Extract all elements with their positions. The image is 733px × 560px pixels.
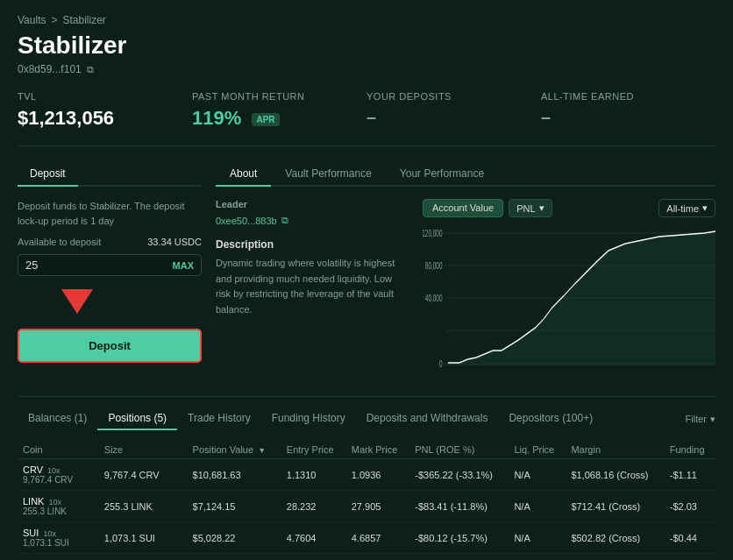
deposit-tab-header: Deposit xyxy=(18,162,202,187)
about-left: Leader 0xee50...883b ⧉ Description Dynam… xyxy=(216,199,409,382)
cell-funding: -$2.05 xyxy=(665,554,715,561)
cell-pnl: -$365.22 (-33.1%) xyxy=(409,459,509,491)
description-label: Description xyxy=(216,238,409,251)
positions-table: Coin Size Position Value ▼ Entry Price M… xyxy=(18,441,715,560)
filter-label: Filter xyxy=(686,414,707,424)
cell-size: 9,767.4 CRV xyxy=(99,459,188,491)
about-content: Leader 0xee50...883b ⧉ Description Dynam… xyxy=(216,199,715,382)
cell-pnl: -$80.12 (-15.7%) xyxy=(409,522,509,554)
address-row: 0x8d59...f101 ⧉ xyxy=(18,63,715,75)
leverage-badge: 10x xyxy=(43,529,56,538)
alltime-earned-label: All-time Earned xyxy=(541,91,698,102)
metrics-row: TVL $1,213,056 Past Month Return 119% AP… xyxy=(18,91,715,146)
th-margin: Margin xyxy=(566,441,664,459)
copy-address-icon[interactable]: ⧉ xyxy=(87,64,94,75)
th-coin: Coin xyxy=(18,441,99,459)
description-text: Dynamic trading where volatility is high… xyxy=(216,256,409,317)
leader-address-text: 0xee50...883b xyxy=(216,216,277,226)
chart-toggle-account-value[interactable]: Account Value xyxy=(423,199,503,217)
cell-coin: CRV 10x 9,767.4 CRV xyxy=(18,459,99,491)
th-funding: Funding xyxy=(665,441,715,459)
breadcrumb-current: Stabilizer xyxy=(62,14,105,26)
available-label: Available to deposit xyxy=(18,237,101,247)
cell-liq-price: N/A xyxy=(509,459,566,491)
past-month-label: Past Month Return xyxy=(192,91,349,102)
th-mark-price: Mark Price xyxy=(346,441,410,459)
cell-coin: SUI 10x 1,073.1 SUI xyxy=(18,522,99,554)
chart-toggle-group: Account Value PNL ▾ xyxy=(423,199,552,217)
leverage-badge: 10x xyxy=(47,466,60,475)
available-row: Available to deposit 33.34 USDC xyxy=(18,237,202,247)
svg-text:40,000: 40,000 xyxy=(425,293,443,303)
cell-entry-price: 4.7604 xyxy=(281,522,346,554)
breadcrumb-parent[interactable]: Vaults xyxy=(18,14,46,26)
tab-about[interactable]: About xyxy=(216,162,271,187)
coin-name: LINK xyxy=(23,496,44,507)
page-container: Vaults > Stabilizer Stabilizer 0x8d59...… xyxy=(0,0,733,560)
cell-position-value: $10,681.63 xyxy=(188,459,281,491)
cell-pnl: -$113.45 (-22.2%) xyxy=(409,554,509,561)
right-tabs: About Vault Performance Your Performance xyxy=(216,162,715,187)
deposit-panel: Deposit Deposit funds to Stabilizer. The… xyxy=(18,162,202,382)
apr-badge: APR xyxy=(252,113,279,126)
th-position-value[interactable]: Position Value ▼ xyxy=(188,441,281,459)
cell-margin: $502.82 (Cross) xyxy=(566,522,664,554)
th-liq-price: Liq. Price xyxy=(509,441,566,459)
time-chevron-icon: ▾ xyxy=(702,202,708,214)
page-title: Stabilizer xyxy=(18,32,715,60)
deposit-amount-input[interactable] xyxy=(25,259,173,272)
metric-your-deposits: Your Deposits – xyxy=(366,91,541,130)
deposit-button[interactable]: Deposit xyxy=(18,329,202,363)
svg-text:0: 0 xyxy=(439,358,443,369)
leverage-badge: 10x xyxy=(49,498,62,507)
tab-depositors[interactable]: Depositors (100+) xyxy=(498,408,603,430)
tab-vault-performance[interactable]: Vault Performance xyxy=(271,162,386,187)
cell-entry-price: 28.232 xyxy=(281,491,346,522)
cell-funding: -$2.03 xyxy=(665,491,715,522)
tab-positions[interactable]: Positions (5) xyxy=(97,408,177,430)
leader-address: 0xee50...883b ⧉ xyxy=(216,215,409,226)
tab-your-performance[interactable]: Your Performance xyxy=(386,162,498,187)
pnl-toggle[interactable]: PNL ▾ xyxy=(509,199,552,217)
svg-text:80,000: 80,000 xyxy=(425,260,443,271)
arrow-indicator xyxy=(61,289,93,314)
cell-position-value: $7,124.15 xyxy=(188,491,281,522)
tab-funding-history[interactable]: Funding History xyxy=(261,408,356,430)
table-header: Coin Size Position Value ▼ Entry Price M… xyxy=(18,441,715,459)
max-button[interactable]: MAX xyxy=(173,260,194,271)
tab-deposits-withdrawals[interactable]: Deposits and Withdrawals xyxy=(356,408,499,430)
copy-leader-icon[interactable]: ⧉ xyxy=(281,215,288,226)
metric-past-month: Past Month Return 119% APR xyxy=(192,91,366,130)
cell-funding: -$0.44 xyxy=(665,522,715,554)
tab-trade-history[interactable]: Trade History xyxy=(177,408,261,430)
deposit-tab[interactable]: Deposit xyxy=(18,162,78,187)
cell-mark-price: 27.905 xyxy=(346,491,410,522)
breadcrumb-separator: > xyxy=(51,14,57,26)
metric-alltime-earned: All-time Earned – xyxy=(541,91,715,130)
cell-liq-price: N/A xyxy=(509,522,566,554)
coin-name: CRV xyxy=(23,464,43,475)
th-pnl: PNL (ROE %) xyxy=(409,441,509,459)
cell-margin: $500.16 (Cross) xyxy=(566,554,664,561)
cell-entry-price: 1.1310 xyxy=(281,459,346,491)
your-deposits-value: – xyxy=(366,107,523,127)
breadcrumb: Vaults > Stabilizer xyxy=(18,14,715,26)
cell-position-value: $5,028.22 xyxy=(188,522,281,554)
cell-size: 203,316 kPEPE xyxy=(99,554,188,561)
cell-position-value: $5,001.57 xyxy=(188,554,281,561)
cell-liq-price: N/A xyxy=(509,554,566,561)
time-select[interactable]: All-time ▾ xyxy=(658,199,715,217)
pnl-toggle-label: PNL xyxy=(516,203,535,214)
cell-mark-price: 1.0936 xyxy=(346,459,410,491)
time-select-label: All-time xyxy=(666,203,699,214)
tab-balances[interactable]: Balances (1) xyxy=(18,408,97,430)
svg-text:120,000: 120,000 xyxy=(423,228,443,238)
tvl-label: TVL xyxy=(18,91,174,102)
cell-funding: -$1.11 xyxy=(665,459,715,491)
available-value: 33.34 USDC xyxy=(147,237,202,247)
table-row: LINK 10x 255.3 LINK 255.3 LINK $7,124.15… xyxy=(18,491,715,522)
cell-coin: kPEPE 10x 203,316 kPEPE xyxy=(18,554,99,561)
filter-button[interactable]: Filter ▾ xyxy=(686,414,715,425)
chart-svg-container: 120,000 80,000 40,000 0 xyxy=(423,224,715,382)
table-row: kPEPE 10x 203,316 kPEPE 203,316 kPEPE $5… xyxy=(18,554,715,561)
